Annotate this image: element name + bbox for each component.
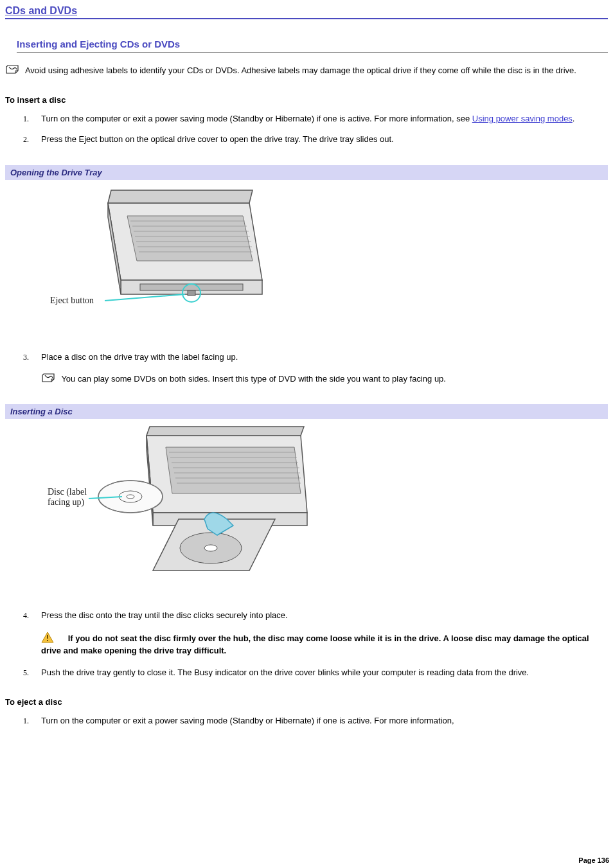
svg-rect-38 (47, 640, 48, 641)
svg-line-15 (105, 294, 185, 301)
figure2-caption: Inserting a Disc (5, 404, 608, 419)
step-1-pre: Turn on the computer or exit a power sav… (41, 114, 472, 123)
step-1-post: . (573, 114, 575, 123)
fig1-label-text: Eject button (50, 296, 94, 305)
fig2-label1-text: Disc (label (48, 487, 87, 497)
fig2-label2-text: facing up) (48, 497, 84, 508)
step-4-warning: If you do not seat the disc firmly over … (41, 632, 608, 657)
insert-steps: Turn on the computer or exit a power sav… (23, 112, 608, 146)
note-icon (41, 373, 57, 383)
eject-step-1: Turn on the computer or exit a power sav… (23, 714, 608, 727)
step-2: Press the Eject button on the optical dr… (23, 133, 608, 146)
svg-rect-12 (140, 284, 243, 290)
figure1: Eject button (44, 184, 608, 332)
step-3-text: Place a disc on the drive tray with the … (41, 352, 238, 362)
step-4-text: Press the disc onto the tray until the d… (41, 610, 288, 620)
step-5: Push the drive tray gently to close it. … (23, 666, 608, 679)
step-1: Turn on the computer or exit a power sav… (23, 112, 608, 125)
step-4-warn-text: If you do not seat the disc firmly over … (41, 633, 589, 656)
figure2: Disc (label facing up) (44, 423, 608, 590)
svg-rect-37 (47, 635, 48, 639)
section-title: CDs and DVDs (5, 5, 608, 19)
subsection-title: Inserting and Ejecting CDs or DVDs (17, 39, 608, 53)
svg-rect-14 (188, 290, 195, 296)
svg-marker-17 (147, 427, 304, 436)
eject-steps: Turn on the computer or exit a power sav… (23, 714, 608, 727)
svg-marker-2 (127, 216, 253, 261)
power-saving-link[interactable]: Using power saving modes (472, 114, 573, 123)
insert-steps-cont2: Press the disc onto the tray until the d… (23, 609, 608, 678)
note-icon (5, 64, 21, 75)
figure1-caption: Opening the Drive Tray (5, 165, 608, 180)
step-3-note-text: You can play some DVDs on both sides. In… (61, 374, 446, 384)
svg-marker-18 (166, 447, 301, 493)
insert-steps-cont1: Place a disc on the drive tray with the … (23, 351, 608, 385)
insert-heading: To insert a disc (5, 95, 608, 105)
warning-icon (41, 632, 54, 643)
step-3-note: You can play some DVDs on both sides. In… (41, 373, 608, 385)
top-note-text: Avoid using adhesive labels to identify … (25, 66, 576, 75)
top-note: Avoid using adhesive labels to identify … (5, 64, 608, 77)
step-3: Place a disc on the drive tray with the … (23, 351, 608, 385)
laptop-eject-illustration: Eject button (44, 184, 275, 332)
svg-point-30 (204, 545, 217, 551)
eject-heading: To eject a disc (5, 697, 608, 707)
laptop-insert-illustration: Disc (label facing up) (44, 423, 314, 590)
step-4: Press the disc onto the tray until the d… (23, 609, 608, 657)
svg-marker-1 (108, 190, 253, 203)
svg-point-34 (127, 495, 134, 499)
